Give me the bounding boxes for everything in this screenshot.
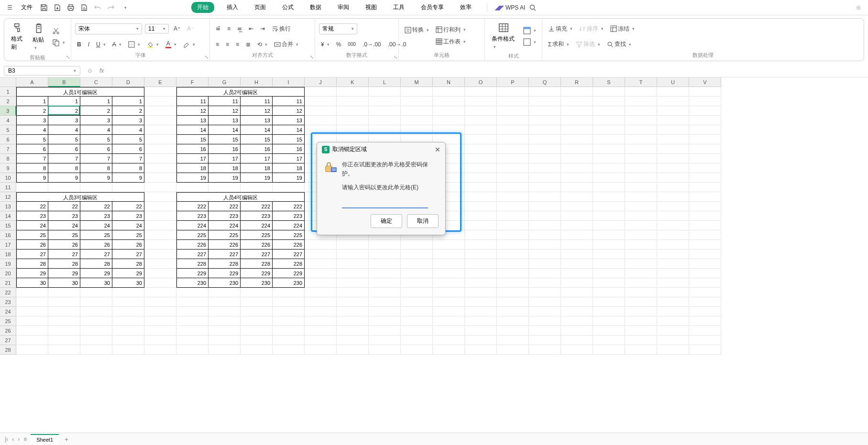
cell-A16[interactable]: 25	[16, 230, 48, 240]
row-header-3[interactable]: 3	[0, 106, 16, 116]
cell-Q5[interactable]	[529, 125, 561, 135]
undo-icon[interactable]	[92, 2, 103, 13]
row-header-23[interactable]: 23	[0, 297, 16, 307]
cell-S1[interactable]	[593, 87, 625, 97]
cell-I6[interactable]: 15	[273, 135, 305, 144]
cell-R4[interactable]	[561, 116, 593, 125]
cell-A10[interactable]: 9	[16, 173, 48, 183]
cell-U25[interactable]	[657, 316, 689, 326]
cell-M22[interactable]	[401, 288, 433, 297]
cell-K27[interactable]	[337, 336, 369, 345]
cell-C16[interactable]: 25	[80, 230, 112, 240]
cell-F2[interactable]: 11	[176, 97, 209, 106]
cell-E7[interactable]	[144, 144, 176, 154]
cell-I22[interactable]	[273, 288, 305, 297]
cell-V25[interactable]	[689, 316, 721, 326]
justify-button[interactable]: ≣	[244, 40, 253, 49]
cell-V1[interactable]	[689, 87, 721, 97]
cell-E18[interactable]	[144, 250, 176, 259]
cell-N27[interactable]	[433, 336, 465, 345]
cell-F17[interactable]: 226	[176, 240, 209, 250]
cell-P28[interactable]	[497, 345, 529, 355]
cell-B11[interactable]	[48, 183, 80, 192]
col-header-V[interactable]: V	[689, 77, 721, 87]
cell-T21[interactable]	[625, 278, 657, 288]
cell-K22[interactable]	[337, 288, 369, 297]
cell-C15[interactable]: 24	[80, 221, 112, 230]
cell-R12[interactable]	[561, 192, 593, 202]
cell-A7[interactable]: 6	[16, 144, 48, 154]
cell-O6[interactable]	[465, 135, 497, 144]
cell-N28[interactable]	[433, 345, 465, 355]
cell-A1[interactable]: 人员1可编辑区	[16, 87, 144, 97]
strikethrough-button[interactable]: A▾	[110, 40, 123, 49]
cell-F6[interactable]: 15	[176, 135, 209, 144]
col-header-A[interactable]: A	[16, 77, 48, 87]
print-icon[interactable]	[65, 2, 77, 13]
cell-B26[interactable]	[48, 326, 80, 336]
cell-E24[interactable]	[144, 307, 176, 316]
col-header-R[interactable]: R	[561, 77, 593, 87]
cell-V28[interactable]	[689, 345, 721, 355]
col-header-M[interactable]: M	[401, 77, 433, 87]
cell-E27[interactable]	[144, 336, 176, 345]
cell-L21[interactable]	[369, 278, 401, 288]
cell-V15[interactable]	[689, 221, 721, 230]
cell-D22[interactable]	[112, 288, 144, 297]
cut-button[interactable]	[50, 26, 67, 36]
cell-N17[interactable]	[433, 240, 465, 250]
cell-T1[interactable]	[625, 87, 657, 97]
cell-A20[interactable]: 29	[16, 269, 48, 278]
cell-F19[interactable]: 228	[176, 259, 209, 269]
cell-H17[interactable]: 226	[241, 240, 273, 250]
menu-tab-9[interactable]: 效率	[456, 2, 475, 13]
fill-button[interactable]: 填充▾	[546, 24, 574, 34]
cell-B25[interactable]	[48, 316, 80, 326]
fill-color-button[interactable]: ▾	[145, 40, 161, 49]
cell-R26[interactable]	[561, 326, 593, 336]
cell-M2[interactable]	[401, 97, 433, 106]
cell-F8[interactable]: 17	[176, 154, 209, 163]
cell-G7[interactable]: 16	[209, 144, 241, 154]
copy-button[interactable]: ▾	[50, 38, 67, 47]
indent-dec-button[interactable]: ⇤	[247, 24, 255, 33]
cell-K28[interactable]	[337, 345, 369, 355]
cell-V23[interactable]	[689, 297, 721, 307]
col-header-H[interactable]: H	[241, 77, 273, 87]
cell-K18[interactable]	[337, 250, 369, 259]
orientation-button[interactable]: ⟲▾	[255, 40, 269, 49]
indent-inc-button[interactable]: ⇥	[258, 24, 267, 33]
cell-D24[interactable]	[112, 307, 144, 316]
paste-button[interactable]: 粘贴▾	[30, 22, 47, 53]
wps-ai-button[interactable]: ◢◤WPS AI	[495, 4, 525, 11]
select-all-corner[interactable]	[0, 77, 16, 87]
cell-S8[interactable]	[593, 154, 625, 163]
find-button[interactable]: 查找▾	[605, 39, 633, 49]
align-left-button[interactable]: ≡	[214, 40, 221, 49]
cell-B10[interactable]: 9	[48, 173, 80, 183]
cell-P4[interactable]	[497, 116, 529, 125]
cell-E2[interactable]	[144, 97, 176, 106]
comma-button[interactable]: 000	[346, 41, 358, 48]
cell-Q9[interactable]	[529, 163, 561, 173]
cell-J26[interactable]	[305, 326, 337, 336]
cell-L24[interactable]	[369, 307, 401, 316]
cell-E8[interactable]	[144, 154, 176, 163]
cell-N19[interactable]	[433, 259, 465, 269]
row-header-12[interactable]: 12	[0, 192, 16, 202]
cell-M24[interactable]	[401, 307, 433, 316]
cell-I8[interactable]: 17	[273, 154, 305, 163]
cell-D19[interactable]: 28	[112, 259, 144, 269]
cell-R22[interactable]	[561, 288, 593, 297]
cell-B19[interactable]: 28	[48, 259, 80, 269]
cell-N25[interactable]	[433, 316, 465, 326]
col-header-D[interactable]: D	[112, 77, 144, 87]
cell-D15[interactable]: 24	[112, 221, 144, 230]
cell-G11[interactable]	[209, 183, 241, 192]
col-header-E[interactable]: E	[144, 77, 176, 87]
cell-E22[interactable]	[144, 288, 176, 297]
cell-Q26[interactable]	[529, 326, 561, 336]
cell-G27[interactable]	[209, 336, 241, 345]
cell-T12[interactable]	[625, 192, 657, 202]
cell-O13[interactable]	[465, 202, 497, 211]
